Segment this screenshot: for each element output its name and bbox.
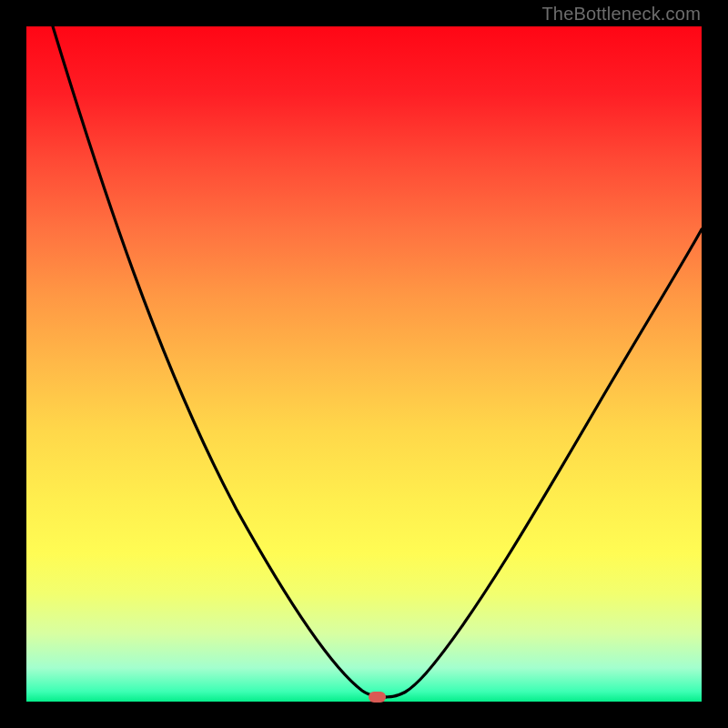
left-curve-path bbox=[53, 26, 386, 697]
curve-group bbox=[53, 26, 702, 697]
chart-frame: TheBottleneck.com bbox=[0, 0, 728, 728]
bottleneck-curve bbox=[0, 0, 728, 728]
right-curve-path bbox=[386, 229, 702, 697]
watermark-text: TheBottleneck.com bbox=[541, 4, 701, 25]
bottleneck-marker bbox=[369, 692, 386, 703]
